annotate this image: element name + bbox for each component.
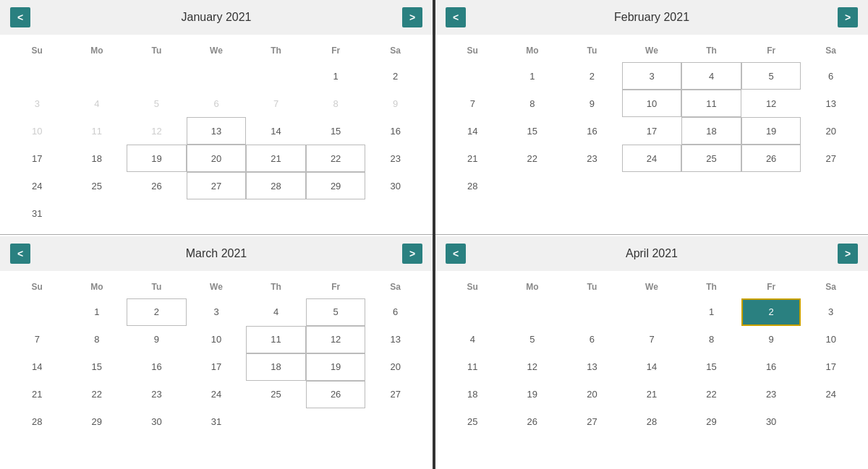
day-cell[interactable]: 28	[622, 408, 682, 436]
day-cell[interactable]: 26	[741, 145, 801, 172]
day-cell[interactable]: 23	[562, 145, 622, 172]
day-cell[interactable]: 2	[127, 298, 187, 326]
day-cell[interactable]: 5	[306, 298, 366, 326]
day-cell[interactable]: 14	[7, 353, 67, 381]
day-cell[interactable]: 11	[246, 326, 306, 353]
next-nav-jan2021[interactable]: >	[402, 7, 422, 27]
day-cell[interactable]: 25	[246, 381, 306, 408]
day-cell[interactable]: 6	[801, 62, 861, 90]
day-cell[interactable]: 26	[306, 381, 366, 408]
day-cell[interactable]: 19	[306, 353, 366, 381]
day-cell[interactable]: 2	[741, 298, 801, 326]
day-cell[interactable]: 25	[67, 172, 127, 199]
prev-nav-mar2021[interactable]: <	[10, 244, 30, 264]
day-cell[interactable]: 7	[443, 90, 503, 117]
day-cell[interactable]: 3	[187, 298, 247, 326]
day-cell[interactable]: 1	[681, 298, 741, 326]
day-cell[interactable]: 30	[741, 408, 801, 436]
day-cell[interactable]: 12	[741, 90, 801, 117]
day-cell[interactable]: 6	[187, 90, 247, 117]
day-cell[interactable]: 5	[503, 326, 563, 353]
day-cell[interactable]: 1	[67, 298, 127, 326]
day-cell[interactable]: 17	[622, 117, 682, 145]
next-nav-feb2021[interactable]: >	[838, 7, 858, 27]
day-cell[interactable]: 7	[246, 90, 306, 117]
day-cell[interactable]: 8	[503, 90, 563, 117]
day-cell[interactable]: 29	[681, 408, 741, 436]
day-cell[interactable]: 18	[67, 145, 127, 172]
day-cell[interactable]: 7	[622, 326, 682, 353]
day-cell[interactable]: 14	[622, 353, 682, 381]
day-cell[interactable]: 24	[187, 381, 247, 408]
day-cell[interactable]: 20	[562, 381, 622, 408]
day-cell[interactable]: 20	[801, 117, 861, 145]
day-cell[interactable]: 28	[443, 172, 503, 199]
day-cell[interactable]: 26	[127, 172, 187, 199]
day-cell[interactable]: 23	[365, 145, 425, 172]
day-cell[interactable]: 21	[443, 145, 503, 172]
day-cell[interactable]: 9	[127, 326, 187, 353]
day-cell[interactable]: 17	[187, 353, 247, 381]
day-cell[interactable]: 4	[67, 90, 127, 117]
day-cell[interactable]: 13	[187, 117, 247, 145]
day-cell[interactable]: 24	[7, 172, 67, 199]
day-cell[interactable]: 9	[365, 90, 425, 117]
day-cell[interactable]: 13	[801, 90, 861, 117]
day-cell[interactable]: 15	[681, 353, 741, 381]
day-cell[interactable]: 12	[306, 326, 366, 353]
day-cell[interactable]: 23	[127, 381, 187, 408]
day-cell[interactable]: 29	[306, 172, 366, 199]
day-cell[interactable]: 24	[622, 145, 682, 172]
day-cell[interactable]: 28	[246, 172, 306, 199]
day-cell[interactable]: 19	[741, 117, 801, 145]
day-cell[interactable]: 21	[622, 381, 682, 408]
day-cell[interactable]: 22	[681, 381, 741, 408]
day-cell[interactable]: 2	[562, 62, 622, 90]
day-cell[interactable]: 8	[67, 326, 127, 353]
day-cell[interactable]: 18	[443, 381, 503, 408]
day-cell[interactable]: 30	[365, 172, 425, 199]
day-cell[interactable]: 8	[681, 326, 741, 353]
day-cell[interactable]: 4	[681, 62, 741, 90]
day-cell[interactable]: 6	[562, 326, 622, 353]
day-cell[interactable]: 16	[365, 117, 425, 145]
next-nav-mar2021[interactable]: >	[402, 244, 422, 264]
day-cell[interactable]: 15	[306, 117, 366, 145]
day-cell[interactable]: 27	[562, 408, 622, 436]
day-cell[interactable]: 1	[503, 62, 563, 90]
day-cell[interactable]: 26	[503, 408, 563, 436]
day-cell[interactable]: 18	[681, 117, 741, 145]
day-cell[interactable]: 6	[365, 298, 425, 326]
day-cell[interactable]: 12	[503, 353, 563, 381]
day-cell[interactable]: 9	[562, 90, 622, 117]
day-cell[interactable]: 24	[801, 381, 861, 408]
day-cell[interactable]: 14	[443, 117, 503, 145]
day-cell[interactable]: 5	[127, 90, 187, 117]
day-cell[interactable]: 12	[127, 117, 187, 145]
day-cell[interactable]: 4	[246, 298, 306, 326]
day-cell[interactable]: 7	[7, 326, 67, 353]
day-cell[interactable]: 16	[562, 117, 622, 145]
day-cell[interactable]: 8	[306, 90, 366, 117]
day-cell[interactable]: 19	[503, 381, 563, 408]
day-cell[interactable]: 5	[741, 62, 801, 90]
prev-nav-apr2021[interactable]: <	[446, 244, 466, 264]
day-cell[interactable]: 21	[7, 381, 67, 408]
day-cell[interactable]: 3	[801, 298, 861, 326]
day-cell[interactable]: 31	[187, 408, 247, 436]
day-cell[interactable]: 27	[801, 145, 861, 172]
day-cell[interactable]: 25	[681, 145, 741, 172]
day-cell[interactable]: 21	[246, 145, 306, 172]
day-cell[interactable]: 29	[67, 408, 127, 436]
day-cell[interactable]: 23	[741, 381, 801, 408]
prev-nav-jan2021[interactable]: <	[10, 7, 30, 27]
day-cell[interactable]: 10	[622, 90, 682, 117]
next-nav-apr2021[interactable]: >	[838, 244, 858, 264]
day-cell[interactable]: 10	[7, 117, 67, 145]
day-cell[interactable]: 31	[7, 199, 67, 227]
day-cell[interactable]: 10	[801, 326, 861, 353]
day-cell[interactable]: 1	[306, 62, 366, 90]
day-cell[interactable]: 17	[801, 353, 861, 381]
day-cell[interactable]: 22	[67, 381, 127, 408]
day-cell[interactable]: 20	[365, 353, 425, 381]
